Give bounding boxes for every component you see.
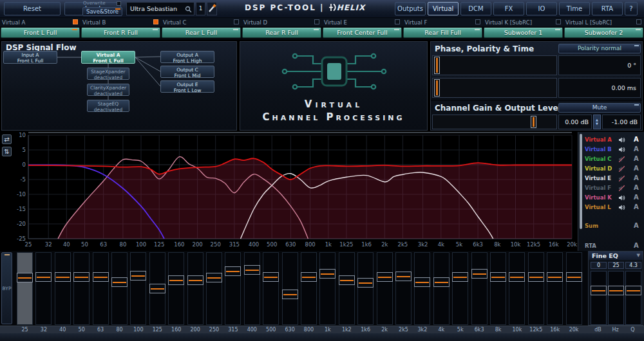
legend-row-virtual-a[interactable]: Virtual AA bbox=[585, 136, 643, 144]
solo-a-button[interactable]: A bbox=[634, 242, 639, 249]
virtual-tab-virtual-b[interactable]: Virtual B bbox=[80, 18, 161, 27]
flow-node-output-e[interactable]: Output EFront L Low bbox=[160, 80, 214, 93]
eq-band-80[interactable] bbox=[111, 252, 128, 325]
virtual-tab-checkbox[interactable] bbox=[234, 19, 239, 24]
speaker-muted-icon[interactable] bbox=[618, 175, 625, 182]
eq-band-400[interactable] bbox=[244, 252, 260, 325]
edit-setup-button[interactable] bbox=[207, 2, 217, 15]
eq-band-handle-3k2[interactable] bbox=[414, 277, 430, 287]
reset-button[interactable]: Reset bbox=[4, 2, 61, 15]
eq-band-100[interactable] bbox=[130, 252, 146, 325]
nav-time[interactable]: Time bbox=[559, 2, 590, 15]
fine-eq-slider-q[interactable] bbox=[625, 271, 641, 325]
eq-band-handle-8k[interactable] bbox=[490, 272, 506, 282]
solo-a-button[interactable]: A bbox=[634, 155, 639, 162]
nav-io[interactable]: IO bbox=[526, 2, 557, 15]
eq-band-5k[interactable] bbox=[452, 252, 468, 325]
eq-band-8k[interactable] bbox=[490, 252, 506, 325]
eq-band-handle-4k[interactable] bbox=[433, 277, 450, 287]
search-icon[interactable] bbox=[185, 6, 192, 13]
nav-virtual[interactable]: Virtual bbox=[428, 2, 459, 15]
flow-node-output-c[interactable]: Output CFront L Mid bbox=[160, 66, 214, 78]
virtual-tab-checkbox[interactable] bbox=[636, 19, 641, 24]
eq-band-4k[interactable] bbox=[433, 252, 450, 325]
solo-a-button[interactable]: A bbox=[634, 203, 639, 210]
fine-eq-value-db[interactable]: 0 bbox=[591, 262, 607, 269]
eq-band-handle-400[interactable] bbox=[244, 265, 260, 275]
legend-row-virtual-b[interactable]: Virtual BA bbox=[585, 145, 643, 154]
virtual-tab-checkbox[interactable] bbox=[153, 19, 158, 24]
fine-eq-handle-db[interactable] bbox=[591, 286, 607, 295]
flow-node-virtual-a[interactable]: Virtual AFront L Full bbox=[81, 51, 135, 64]
eq-band-handle-250[interactable] bbox=[206, 273, 222, 282]
eq-band-handle-2k[interactable] bbox=[377, 272, 393, 282]
eq-band-1k[interactable] bbox=[319, 252, 336, 325]
channel-button-front-l-full[interactable]: Front L Full bbox=[1, 28, 80, 38]
channel-button-rear-l-full[interactable]: Rear L Full bbox=[162, 28, 241, 38]
eq-band-1k6[interactable] bbox=[357, 252, 374, 325]
speaker-icon[interactable] bbox=[618, 136, 625, 143]
eq-band-32[interactable] bbox=[35, 252, 52, 325]
virtual-tab-checkbox[interactable] bbox=[73, 19, 78, 24]
eq-band-handle-125[interactable] bbox=[149, 284, 166, 293]
legend-row-virtual-d[interactable]: Virtual DA bbox=[585, 165, 643, 173]
solo-a-button[interactable]: A bbox=[634, 184, 639, 191]
legend-row-virtual-l[interactable]: Virtual LA bbox=[585, 203, 643, 212]
eq-band-6k3[interactable] bbox=[471, 252, 488, 325]
gain-slider[interactable] bbox=[432, 115, 557, 129]
eq-band-63[interactable] bbox=[93, 252, 109, 325]
flow-node-output-a[interactable]: Output AFront L High bbox=[160, 51, 214, 63]
speaker-icon[interactable] bbox=[618, 204, 625, 211]
virtual-tab-virtual-e[interactable]: Virtual E bbox=[322, 18, 402, 27]
vertical-zoom-button[interactable]: ⇅ bbox=[2, 147, 12, 156]
speaker-muted-icon[interactable] bbox=[618, 165, 625, 172]
virtual-tab-checkbox[interactable] bbox=[475, 19, 480, 24]
eq-band-16k[interactable] bbox=[547, 252, 563, 325]
speaker-muted-icon[interactable] bbox=[618, 185, 625, 192]
eq-bypass-button[interactable]: BYP bbox=[1, 252, 12, 324]
legend-row-virtual-f[interactable]: Virtual FA bbox=[585, 184, 643, 192]
eq-band-handle-25[interactable] bbox=[17, 273, 33, 282]
setup-index-field[interactable]: 1 bbox=[196, 2, 205, 15]
channel-button-subwoofer-2[interactable]: Subwoofer 2 bbox=[564, 28, 643, 38]
legend-row-virtual-c[interactable]: Virtual CA bbox=[585, 155, 643, 163]
eq-band-handle-5k[interactable] bbox=[452, 272, 468, 282]
nav-dcm[interactable]: DCM bbox=[460, 2, 491, 15]
nav--[interactable]: ? bbox=[625, 2, 638, 15]
eq-band-200[interactable] bbox=[187, 252, 204, 325]
fine-eq-value-q[interactable]: 4.3 bbox=[625, 262, 641, 269]
mute-button[interactable]: Mute bbox=[558, 103, 641, 113]
virtual-tab-virtual-a[interactable]: Virtual A bbox=[0, 18, 80, 27]
polarity-dropdown[interactable]: Polarity normal bbox=[558, 44, 641, 53]
save-store-button[interactable]: Save&Store bbox=[82, 7, 122, 16]
legend-row-virtual-k[interactable]: Virtual KA bbox=[585, 194, 643, 202]
eq-band-3k2[interactable] bbox=[414, 252, 430, 325]
eq-band-40[interactable] bbox=[55, 252, 71, 325]
fine-eq-slider-db[interactable] bbox=[591, 271, 607, 325]
virtual-tab-virtual-l-subrc-[interactable]: Virtual L [SubRC] bbox=[564, 18, 644, 27]
eq-band-630[interactable] bbox=[282, 252, 298, 325]
virtual-tab-virtual-d[interactable]: Virtual D bbox=[242, 18, 322, 27]
frequency-response-plot[interactable]: 2532405063801001251602002503154005006308… bbox=[12, 132, 578, 250]
overwrite-checkbox[interactable] bbox=[117, 1, 121, 6]
speaker-icon[interactable] bbox=[618, 146, 625, 153]
speaker-icon[interactable] bbox=[618, 194, 625, 201]
eq-band-handle-16k[interactable] bbox=[547, 272, 563, 282]
eq-band-1k2[interactable] bbox=[339, 252, 355, 325]
channel-button-front-r-full[interactable]: Front R Full bbox=[81, 28, 160, 38]
fine-eq-value-hz[interactable]: 25 bbox=[608, 262, 624, 269]
solo-a-button[interactable]: A bbox=[634, 222, 639, 229]
solo-a-button[interactable]: A bbox=[634, 194, 639, 201]
eq-band-20k[interactable] bbox=[566, 252, 582, 325]
eq-band-handle-200[interactable] bbox=[187, 275, 204, 285]
legend-row-sum[interactable]: SumA bbox=[585, 222, 643, 230]
eq-band-handle-100[interactable] bbox=[130, 271, 146, 281]
eq-band-handle-63[interactable] bbox=[93, 272, 109, 282]
flow-node-clarityxpander[interactable]: ClarityXpanderdeactivated bbox=[87, 84, 129, 96]
eq-band-handle-20k[interactable] bbox=[566, 272, 582, 282]
nav-rta[interactable]: RTA bbox=[592, 2, 623, 15]
eq-band-handle-6k3[interactable] bbox=[471, 269, 488, 279]
solo-a-button[interactable]: A bbox=[634, 165, 639, 172]
channel-button-subwoofer-1[interactable]: Subwoofer 1 bbox=[484, 28, 563, 38]
fine-eq-header[interactable]: Fine EQ▼ bbox=[589, 252, 643, 260]
